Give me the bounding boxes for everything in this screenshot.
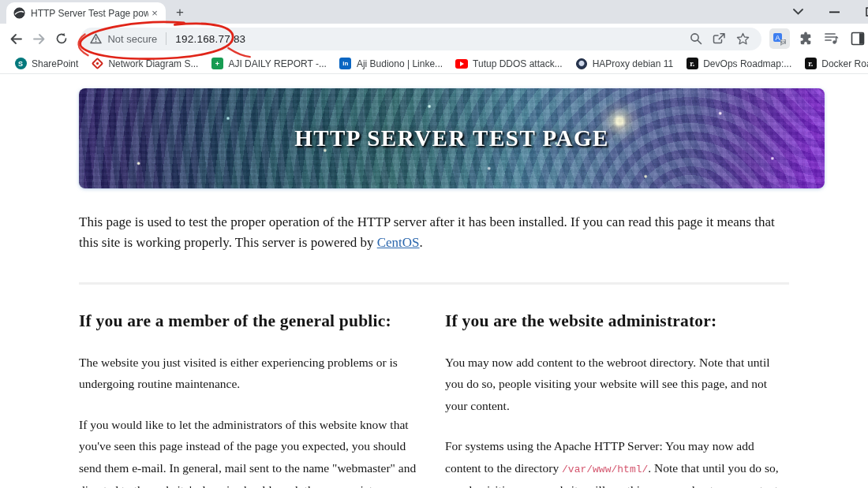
roadmap-icon: r. [804, 58, 817, 70]
bookmark-docker-roadmap[interactable]: r. Docker Roadmap -... [798, 55, 868, 73]
sharepoint-icon: S [14, 58, 27, 70]
public-heading: If you are a member of the general publi… [79, 311, 423, 331]
new-tab-button[interactable]: + [170, 3, 189, 22]
bookmark-sharepoint[interactable]: S SharePoint [8, 55, 84, 73]
test-page-banner: HTTP SERVER TEST PAGE [79, 88, 825, 188]
svg-text:A: A [775, 34, 780, 42]
admin-paragraph-1: You may now add content to the webroot d… [445, 352, 789, 417]
tab-strip: HTTP Server Test Page powered × + [0, 0, 868, 24]
security-label: Not secure [107, 33, 157, 45]
general-public-section: If you are a member of the general publi… [79, 311, 423, 488]
extensions-icon[interactable] [795, 28, 816, 49]
minimize-icon[interactable] [825, 11, 843, 13]
bookmark-youtube[interactable]: Tutup DDOS attack... [449, 55, 569, 73]
bookmark-haproxy[interactable]: HAProxy debian 11 [569, 55, 680, 73]
omnibox-divider [166, 32, 166, 45]
browser-tab[interactable]: HTTP Server Test Page powered × [6, 2, 166, 24]
linkedin-icon: in [339, 58, 352, 70]
translate-icon[interactable]: A文 [769, 28, 790, 49]
back-icon[interactable] [6, 28, 26, 49]
public-paragraph-2: If you would like to let the administrat… [79, 414, 423, 488]
url-text[interactable]: 192.168.77.83 [175, 33, 245, 45]
side-panel-icon[interactable] [847, 28, 868, 49]
tab-title: HTTP Server Test Page powered [31, 8, 148, 19]
maximize-icon[interactable] [862, 7, 868, 17]
tab-search-chevron-icon[interactable] [789, 9, 806, 15]
divider [79, 282, 789, 285]
intro-paragraph: This page is used to test the proper ope… [79, 212, 789, 254]
address-bar[interactable]: Not secure 192.168.77.83 [80, 28, 761, 50]
search-icon[interactable] [686, 28, 706, 49]
public-paragraph-1: The website you just visited is either e… [79, 352, 423, 395]
media-playlist-icon[interactable] [821, 28, 842, 49]
admin-heading: If you are the website administrator: [445, 311, 789, 331]
bookmark-devops-roadmap[interactable]: r. DevOps Roadmap:... [679, 55, 798, 73]
banner-title: HTTP SERVER TEST PAGE [79, 88, 825, 188]
admin-paragraph-2: For systems using the Apache HTTP Server… [445, 435, 789, 488]
star-icon[interactable] [733, 28, 754, 49]
forward-icon[interactable] [29, 28, 49, 49]
centos-link[interactable]: CentOS [377, 235, 420, 250]
bookmark-aji-daily-report[interactable]: + AJI DAILY REPORT -... [204, 55, 332, 73]
browser-toolbar: Not secure 192.168.77.83 A文 [0, 24, 868, 54]
bookmark-linkedin[interactable]: in Aji Budiono | Linke... [333, 55, 449, 73]
tab-close-icon[interactable]: × [148, 7, 161, 20]
diagram-icon [91, 58, 103, 70]
globe-favicon-icon [13, 7, 25, 19]
bookmarks-bar: S SharePoint Network Diagram S... + AJI … [0, 54, 868, 74]
webroot-path-code: /var/www/html/ [562, 464, 648, 475]
svg-text:文: 文 [780, 39, 786, 44]
youtube-icon [455, 58, 468, 70]
bookmark-network-diagram[interactable]: Network Diagram S... [84, 55, 204, 73]
administrator-section: If you are the website administrator: Yo… [445, 311, 789, 488]
web-page: HTTP SERVER TEST PAGE This page is used … [0, 74, 868, 488]
reload-icon[interactable] [52, 28, 72, 49]
sheets-icon: + [211, 58, 223, 70]
share-icon[interactable] [709, 28, 730, 49]
warning-icon[interactable] [90, 33, 102, 44]
haproxy-icon [575, 58, 588, 70]
roadmap-icon: r. [686, 58, 698, 70]
